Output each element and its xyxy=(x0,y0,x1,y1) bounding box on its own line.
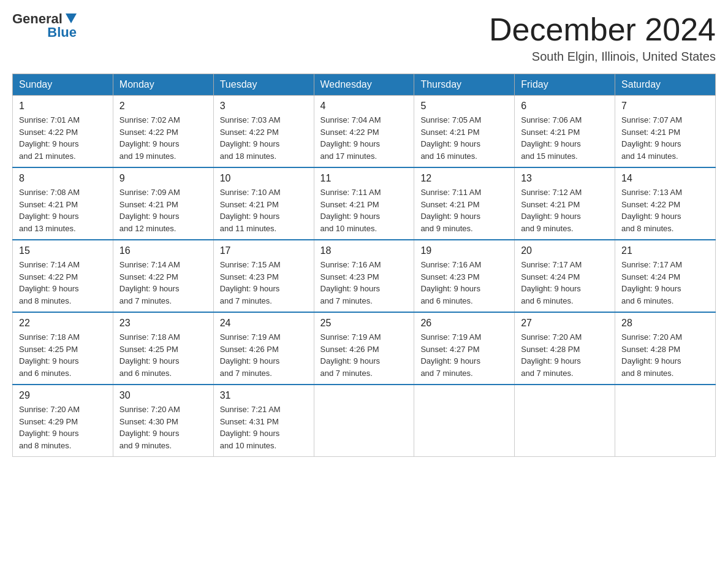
day-number-26: 26 xyxy=(420,318,508,329)
calendar-cell-w3-d4: 18Sunrise: 7:16 AMSunset: 4:23 PMDayligh… xyxy=(314,240,414,312)
calendar-cell-w1-d3: 3Sunrise: 7:03 AMSunset: 4:22 PMDaylight… xyxy=(213,96,314,168)
day-info-27: Sunrise: 7:20 AMSunset: 4:28 PMDaylight:… xyxy=(521,331,609,379)
header-thursday: Thursday xyxy=(414,74,515,96)
calendar-cell-w5-d2: 30Sunrise: 7:20 AMSunset: 4:30 PMDayligh… xyxy=(113,385,213,457)
calendar-cell-w4-d1: 22Sunrise: 7:18 AMSunset: 4:25 PMDayligh… xyxy=(13,312,113,385)
day-info-12: Sunrise: 7:11 AMSunset: 4:21 PMDaylight:… xyxy=(420,186,508,234)
day-number-15: 15 xyxy=(19,245,107,256)
day-number-12: 12 xyxy=(420,173,508,184)
header-monday: Monday xyxy=(113,74,213,96)
day-number-16: 16 xyxy=(119,245,207,256)
day-info-18: Sunrise: 7:16 AMSunset: 4:23 PMDaylight:… xyxy=(320,259,408,307)
calendar-cell-w1-d7: 7Sunrise: 7:07 AMSunset: 4:21 PMDaylight… xyxy=(615,96,716,168)
day-info-11: Sunrise: 7:11 AMSunset: 4:21 PMDaylight:… xyxy=(320,186,408,234)
day-number-4: 4 xyxy=(320,101,408,112)
header-sunday: Sunday xyxy=(13,74,113,96)
month-title: December 2024 xyxy=(489,12,716,47)
header-friday: Friday xyxy=(515,74,615,96)
day-info-22: Sunrise: 7:18 AMSunset: 4:25 PMDaylight:… xyxy=(19,331,107,379)
day-info-8: Sunrise: 7:08 AMSunset: 4:21 PMDaylight:… xyxy=(19,186,107,234)
day-number-20: 20 xyxy=(521,245,609,256)
calendar-cell-w2-d5: 12Sunrise: 7:11 AMSunset: 4:21 PMDayligh… xyxy=(414,167,515,240)
day-info-13: Sunrise: 7:12 AMSunset: 4:21 PMDaylight:… xyxy=(521,186,609,234)
day-info-1: Sunrise: 7:01 AMSunset: 4:22 PMDaylight:… xyxy=(19,114,107,162)
calendar-week-2: 8Sunrise: 7:08 AMSunset: 4:21 PMDaylight… xyxy=(13,167,716,240)
day-info-21: Sunrise: 7:17 AMSunset: 4:24 PMDaylight:… xyxy=(621,259,709,307)
logo: General Blue xyxy=(12,12,77,39)
calendar-cell-w3-d2: 16Sunrise: 7:14 AMSunset: 4:22 PMDayligh… xyxy=(113,240,213,312)
calendar-cell-w4-d3: 24Sunrise: 7:19 AMSunset: 4:26 PMDayligh… xyxy=(213,312,314,385)
day-info-25: Sunrise: 7:19 AMSunset: 4:26 PMDaylight:… xyxy=(320,331,408,379)
calendar-cell-w5-d4 xyxy=(314,385,414,457)
day-info-5: Sunrise: 7:05 AMSunset: 4:21 PMDaylight:… xyxy=(420,114,508,162)
day-number-7: 7 xyxy=(621,101,709,112)
day-number-18: 18 xyxy=(320,245,408,256)
day-info-19: Sunrise: 7:16 AMSunset: 4:23 PMDaylight:… xyxy=(420,259,508,307)
day-info-4: Sunrise: 7:04 AMSunset: 4:22 PMDaylight:… xyxy=(320,114,408,162)
calendar-cell-w5-d6 xyxy=(515,385,615,457)
calendar-cell-w1-d2: 2Sunrise: 7:02 AMSunset: 4:22 PMDaylight… xyxy=(113,96,213,168)
day-number-22: 22 xyxy=(19,318,107,329)
day-number-30: 30 xyxy=(119,390,207,401)
calendar-cell-w4-d7: 28Sunrise: 7:20 AMSunset: 4:28 PMDayligh… xyxy=(615,312,716,385)
day-number-10: 10 xyxy=(220,173,308,184)
header-tuesday: Tuesday xyxy=(213,74,314,96)
calendar-week-1: 1Sunrise: 7:01 AMSunset: 4:22 PMDaylight… xyxy=(13,96,716,168)
calendar-week-3: 15Sunrise: 7:14 AMSunset: 4:22 PMDayligh… xyxy=(13,240,716,312)
day-info-17: Sunrise: 7:15 AMSunset: 4:23 PMDaylight:… xyxy=(220,259,308,307)
day-info-9: Sunrise: 7:09 AMSunset: 4:21 PMDaylight:… xyxy=(119,186,207,234)
day-number-14: 14 xyxy=(621,173,709,184)
calendar-cell-w4-d5: 26Sunrise: 7:19 AMSunset: 4:27 PMDayligh… xyxy=(414,312,515,385)
calendar-cell-w2-d3: 10Sunrise: 7:10 AMSunset: 4:21 PMDayligh… xyxy=(213,167,314,240)
day-number-6: 6 xyxy=(521,101,609,112)
calendar-cell-w3-d5: 19Sunrise: 7:16 AMSunset: 4:23 PMDayligh… xyxy=(414,240,515,312)
day-number-31: 31 xyxy=(220,390,308,401)
day-number-1: 1 xyxy=(19,101,107,112)
day-number-19: 19 xyxy=(420,245,508,256)
calendar-cell-w2-d2: 9Sunrise: 7:09 AMSunset: 4:21 PMDaylight… xyxy=(113,167,213,240)
day-info-24: Sunrise: 7:19 AMSunset: 4:26 PMDaylight:… xyxy=(220,331,308,379)
calendar-cell-w1-d5: 5Sunrise: 7:05 AMSunset: 4:21 PMDaylight… xyxy=(414,96,515,168)
logo-general-text: General xyxy=(12,12,63,26)
calendar-cell-w5-d7 xyxy=(615,385,716,457)
title-section: December 2024 South Elgin, Illinois, Uni… xyxy=(489,12,716,64)
calendar-cell-w3-d1: 15Sunrise: 7:14 AMSunset: 4:22 PMDayligh… xyxy=(13,240,113,312)
day-info-2: Sunrise: 7:02 AMSunset: 4:22 PMDaylight:… xyxy=(119,114,207,162)
day-info-7: Sunrise: 7:07 AMSunset: 4:21 PMDaylight:… xyxy=(621,114,709,162)
page-header: General Blue December 2024 South Elgin, … xyxy=(12,12,716,64)
calendar-cell-w4-d4: 25Sunrise: 7:19 AMSunset: 4:26 PMDayligh… xyxy=(314,312,414,385)
day-info-28: Sunrise: 7:20 AMSunset: 4:28 PMDaylight:… xyxy=(621,331,709,379)
day-info-29: Sunrise: 7:20 AMSunset: 4:29 PMDaylight:… xyxy=(19,404,107,451)
day-info-15: Sunrise: 7:14 AMSunset: 4:22 PMDaylight:… xyxy=(19,259,107,307)
calendar-cell-w5-d3: 31Sunrise: 7:21 AMSunset: 4:31 PMDayligh… xyxy=(213,385,314,457)
calendar-cell-w5-d1: 29Sunrise: 7:20 AMSunset: 4:29 PMDayligh… xyxy=(13,385,113,457)
calendar-cell-w3-d7: 21Sunrise: 7:17 AMSunset: 4:24 PMDayligh… xyxy=(615,240,716,312)
calendar-cell-w3-d6: 20Sunrise: 7:17 AMSunset: 4:24 PMDayligh… xyxy=(515,240,615,312)
calendar-cell-w4-d6: 27Sunrise: 7:20 AMSunset: 4:28 PMDayligh… xyxy=(515,312,615,385)
day-number-24: 24 xyxy=(220,318,308,329)
location-subtitle: South Elgin, Illinois, United States xyxy=(489,50,716,64)
calendar-cell-w3-d3: 17Sunrise: 7:15 AMSunset: 4:23 PMDayligh… xyxy=(213,240,314,312)
calendar-cell-w2-d1: 8Sunrise: 7:08 AMSunset: 4:21 PMDaylight… xyxy=(13,167,113,240)
calendar-cell-w5-d5 xyxy=(414,385,515,457)
logo-blue-text: Blue xyxy=(47,26,77,39)
day-number-2: 2 xyxy=(119,101,207,112)
day-number-21: 21 xyxy=(621,245,709,256)
day-number-23: 23 xyxy=(119,318,207,329)
calendar-cell-w1-d4: 4Sunrise: 7:04 AMSunset: 4:22 PMDaylight… xyxy=(314,96,414,168)
day-info-6: Sunrise: 7:06 AMSunset: 4:21 PMDaylight:… xyxy=(521,114,609,162)
calendar-header-row: Sunday Monday Tuesday Wednesday Thursday… xyxy=(13,74,716,96)
calendar-cell-w4-d2: 23Sunrise: 7:18 AMSunset: 4:25 PMDayligh… xyxy=(113,312,213,385)
day-info-30: Sunrise: 7:20 AMSunset: 4:30 PMDaylight:… xyxy=(119,404,207,451)
calendar-cell-w2-d4: 11Sunrise: 7:11 AMSunset: 4:21 PMDayligh… xyxy=(314,167,414,240)
day-number-29: 29 xyxy=(19,390,107,401)
calendar-week-4: 22Sunrise: 7:18 AMSunset: 4:25 PMDayligh… xyxy=(13,312,716,385)
day-info-14: Sunrise: 7:13 AMSunset: 4:22 PMDaylight:… xyxy=(621,186,709,234)
day-number-17: 17 xyxy=(220,245,308,256)
calendar-cell-w1-d1: 1Sunrise: 7:01 AMSunset: 4:22 PMDaylight… xyxy=(13,96,113,168)
header-saturday: Saturday xyxy=(615,74,716,96)
day-number-11: 11 xyxy=(320,173,408,184)
day-info-10: Sunrise: 7:10 AMSunset: 4:21 PMDaylight:… xyxy=(220,186,308,234)
day-number-28: 28 xyxy=(621,318,709,329)
calendar-cell-w2-d7: 14Sunrise: 7:13 AMSunset: 4:22 PMDayligh… xyxy=(615,167,716,240)
